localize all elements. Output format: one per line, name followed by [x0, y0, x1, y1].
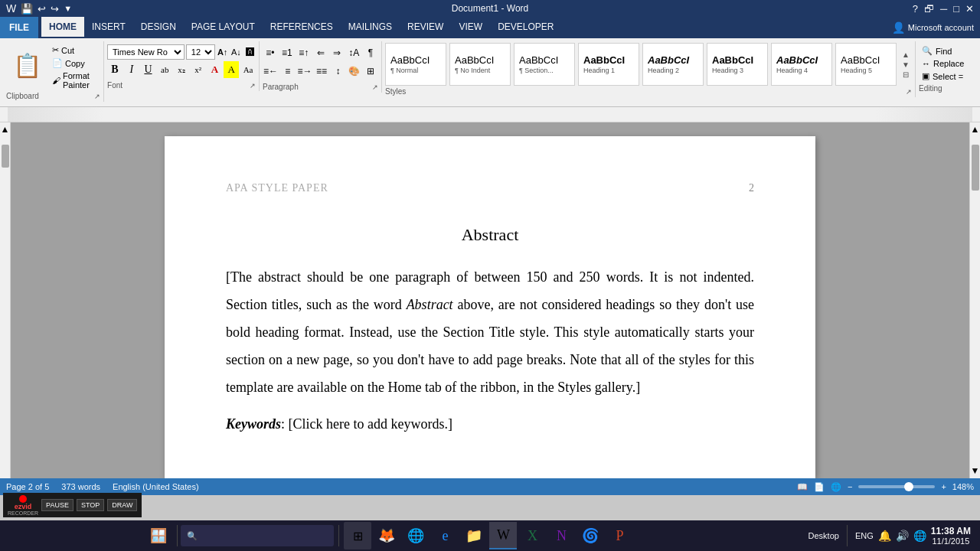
expand-styles-icon[interactable]: ⊟ [903, 70, 909, 79]
style-section[interactable]: AaBbCcI ¶ Section... [514, 43, 575, 86]
sort-button[interactable]: ↕A [346, 44, 361, 61]
ezvid-stop-button[interactable]: STOP [77, 499, 104, 511]
font-color-button[interactable]: A [207, 61, 223, 78]
tab-view[interactable]: VIEW [451, 17, 490, 37]
copy-button[interactable]: 📄 Copy [50, 57, 100, 69]
replace-button[interactable]: ↔ Replace [919, 57, 974, 70]
ezvid-pause-button[interactable]: PAUSE [41, 499, 74, 511]
account-label[interactable]: Microsoft account [908, 23, 974, 32]
format-painter-button[interactable]: 🖌 Format Painter [50, 70, 100, 90]
style-normal[interactable]: AaBbCcI ¶ Normal [385, 43, 446, 86]
restore-icon[interactable]: 🗗 [924, 3, 934, 15]
network-icon[interactable]: 🌐 [913, 530, 926, 542]
scroll-up-icon[interactable]: ▲ [902, 51, 910, 59]
style-heading4[interactable]: AaBbCcI Heading 4 [771, 43, 832, 86]
select-button[interactable]: ▣ Select = [919, 70, 974, 83]
tab-page-layout[interactable]: PAGE LAYOUT [184, 17, 263, 37]
align-right-button[interactable]: ≡→ [296, 63, 312, 80]
style-heading3[interactable]: AaBbCcI Heading 3 [707, 43, 768, 86]
taskbar-ie[interactable]: e [431, 522, 459, 549]
undo-icon[interactable]: ↩ [38, 3, 46, 15]
highlight-button[interactable]: A [224, 61, 239, 78]
italic-button[interactable]: I [124, 61, 139, 78]
scroll-down-icon[interactable]: ▼ [902, 60, 910, 69]
tab-references[interactable]: REFERENCES [263, 17, 341, 37]
vscroll-thumb[interactable] [972, 145, 979, 191]
font-expand-icon[interactable]: ↗ [250, 82, 256, 90]
style-heading5[interactable]: AaBbCcI Heading 5 [835, 43, 897, 86]
subscript-button[interactable]: x₂ [174, 61, 189, 78]
vscroll-down-arrow[interactable]: ▼ [969, 464, 980, 478]
tab-file[interactable]: FILE [0, 17, 38, 38]
redo-icon[interactable]: ↪ [51, 3, 59, 15]
zoom-thumb[interactable] [904, 482, 913, 491]
keywords-line[interactable]: Keywords: [Click here to add keywords.] [226, 416, 754, 432]
desktop-show-button[interactable]: Desktop [808, 531, 839, 540]
justify-button[interactable]: ≡≡ [314, 63, 328, 80]
search-bar[interactable]: 🔍 [181, 525, 334, 546]
taskbar-onenote[interactable]: N [547, 522, 575, 549]
quick-save-icon[interactable]: 💾 [21, 3, 33, 15]
strikethrough-button[interactable]: ab [157, 61, 172, 78]
styles-expand-icon[interactable]: ↗ [906, 88, 912, 96]
taskbar-clock[interactable]: 11:38 AM 11/1/2015 [931, 526, 971, 546]
ezvid-draw-button[interactable]: DRAW [107, 499, 137, 511]
font-face-select[interactable]: Times New Ro [107, 44, 185, 60]
taskbar-excel[interactable]: X [518, 522, 546, 549]
align-left-button[interactable]: ≡← [263, 63, 279, 80]
taskbar-edge[interactable]: 🌀 [577, 522, 604, 549]
taskbar-chrome[interactable]: 🌐 [402, 522, 430, 549]
show-formatting-button[interactable]: ¶ [363, 44, 378, 61]
print-layout-icon[interactable]: 📄 [814, 482, 825, 492]
paragraph-expand-icon[interactable]: ↗ [372, 83, 378, 91]
zoom-level[interactable]: 148% [952, 482, 974, 491]
web-layout-icon[interactable]: 🌐 [831, 482, 841, 492]
tab-home[interactable]: HOME [41, 17, 84, 37]
grow-font-button[interactable]: A↑ [217, 44, 229, 60]
tab-developer[interactable]: DEVELOPER [490, 17, 561, 37]
language-indicator[interactable]: ENG [855, 531, 874, 540]
bold-button[interactable]: B [107, 61, 122, 78]
shading-button[interactable]: 🎨 [347, 63, 361, 80]
cut-button[interactable]: ✂ Cut [50, 44, 100, 56]
clipboard-expand-icon[interactable]: ↗ [94, 93, 100, 100]
volume-icon[interactable]: 🔊 [896, 530, 909, 542]
style-no-indent[interactable]: AaBbCcI ¶ No Indent [449, 43, 511, 86]
close-icon[interactable]: ✕ [965, 3, 974, 15]
tab-mailings[interactable]: MAILINGS [341, 17, 400, 37]
clear-format-button[interactable]: 🅰 [243, 44, 256, 60]
taskbar-word[interactable]: W [489, 522, 517, 549]
maximize-icon[interactable]: □ [953, 3, 959, 15]
bullets-button[interactable]: ≡• [263, 44, 278, 61]
increase-indent-button[interactable]: ⇒ [329, 44, 345, 61]
zoom-slider[interactable] [858, 485, 935, 488]
read-mode-icon[interactable]: 📖 [797, 482, 808, 492]
help-icon[interactable]: ? [913, 3, 918, 15]
minimize-icon[interactable]: ─ [940, 3, 947, 15]
zoom-plus-button[interactable]: + [941, 482, 946, 491]
multilevel-button[interactable]: ≡↑ [296, 44, 312, 61]
styles-scroll[interactable]: ▲ ▼ ⊟ [900, 51, 912, 79]
line-spacing-button[interactable]: ↕ [331, 63, 345, 80]
font-shading-button[interactable]: Aa [240, 61, 256, 78]
font-size-select[interactable]: 12 [186, 44, 215, 60]
abstract-body[interactable]: [The abstract should be one paragraph of… [226, 263, 754, 401]
vscroll-up-arrow[interactable]: ▲ [969, 122, 980, 137]
keywords-value[interactable]: : [Click here to add keywords.] [281, 416, 452, 432]
paste-button[interactable]: 📋 [6, 41, 48, 90]
document-page[interactable]: APA STYLE PAPER 2 Abstract [The abstract… [165, 136, 815, 478]
tab-review[interactable]: REVIEW [400, 17, 451, 37]
customize-icon[interactable]: ▼ [64, 4, 72, 13]
scroll-up-arrow[interactable]: ▲ [0, 122, 11, 137]
shrink-font-button[interactable]: A↓ [230, 44, 243, 60]
tab-insert[interactable]: INSERT [84, 17, 133, 37]
style-heading1[interactable]: AaBbCcI Heading 1 [578, 43, 639, 86]
taskbar-firefox[interactable]: 🦊 [373, 522, 400, 549]
decrease-indent-button[interactable]: ⇐ [313, 44, 328, 61]
superscript-button[interactable]: x² [191, 61, 206, 78]
scroll-thumb[interactable] [2, 145, 9, 168]
notification-icon[interactable]: 🔔 [878, 530, 891, 542]
style-heading2[interactable]: AaBbCcI Heading 2 [642, 43, 704, 86]
tab-design[interactable]: DESIGN [133, 17, 184, 37]
taskbar-powerpoint[interactable]: P [606, 522, 633, 549]
